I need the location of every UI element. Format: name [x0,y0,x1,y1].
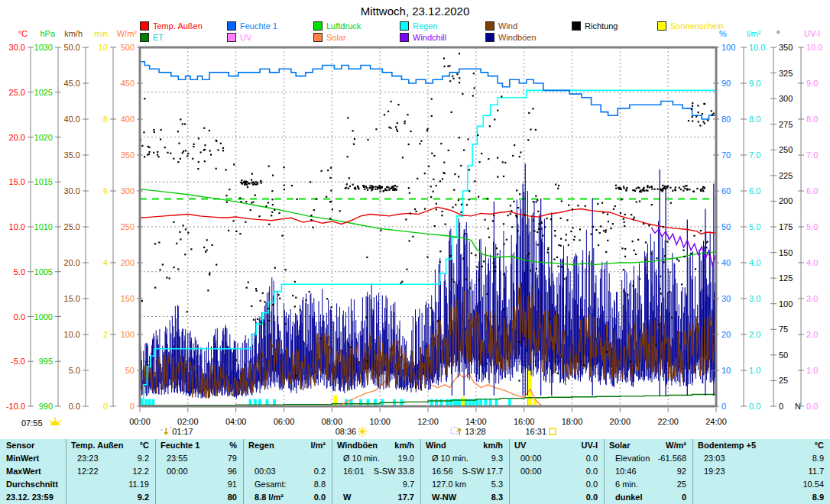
wind-direction-dot [689,189,690,190]
axis-tick-label: 70 [721,150,731,160]
wind-direction-dot [647,186,648,188]
wind-direction-dot [260,300,261,302]
wind-direction-dot [566,234,567,235]
wind-direction-dot [312,227,313,228]
wind-direction-dot [507,215,509,216]
wind-direction-dot [394,189,396,190]
wind-direction-dot [321,170,323,172]
wind-direction-dot [377,188,378,189]
wind-direction-dot [516,189,517,191]
wind-direction-dot [644,260,646,261]
stat-row: Ø 10 min.9.3 [421,452,509,465]
axis-tick-label: 300 [779,94,793,103]
wind-direction-dot [415,211,417,212]
wind-direction-dot [443,57,445,59]
wind-direction-dot [305,299,306,301]
wind-direction-dot [635,254,637,255]
wind-direction-dot [222,150,224,151]
wind-direction-dot [339,210,341,212]
wind-direction-dot [662,189,663,190]
stat-row-label: MinWert [0,452,39,465]
stat-time [156,491,167,504]
wind-direction-dot [637,239,639,241]
wind-direction-dot [702,113,703,115]
wind-direction-dot [274,209,275,211]
wind-direction-dot [560,238,562,240]
axis-tick-label: 125 [779,273,793,283]
wind-direction-dot [417,178,418,179]
wind-direction-dot [271,212,273,213]
stat-row: MaxWert [0,465,66,478]
wind-direction-dot [624,225,625,227]
wind-direction-dot [560,218,562,219]
wind-direction-dot [535,129,537,131]
wind-direction-dot [409,192,410,193]
wind-direction-dot [265,205,267,207]
wind-direction-dot [465,279,467,280]
wind-direction-dot [459,82,460,83]
wind-direction-dot [707,241,708,242]
x-axis-label: 02:00 [177,417,199,426]
wind-direction-dot [683,256,685,257]
wind-direction-dot [515,215,517,216]
wind-direction-dot [352,130,353,131]
wind-direction-dot [538,223,540,225]
stat-col-unit: °C [756,439,830,452]
wind-direction-dot [597,203,598,205]
wind-direction-dot [489,125,491,127]
wind-direction-dot [428,166,430,167]
wind-direction-dot [144,98,145,99]
wind-direction-dot [396,128,397,130]
axis-tick-label: 1020 [34,133,53,142]
stat-value: 9.7 [343,478,420,491]
wind-direction-dot [452,78,454,79]
wind-direction-dot [537,244,539,245]
wind-direction-dot [366,257,368,258]
wind-direction-dot [406,269,407,270]
wind-direction-dot [459,53,460,54]
stat-time: 00:00 [510,465,542,478]
wind-direction-dot [157,151,158,153]
wind-direction-dot [225,169,227,170]
axis-tick-label: 25 [779,376,788,385]
axis-tick-label: 5.0 [749,222,760,231]
wind-direction-dot [180,158,181,160]
axis-tick-label: 100 [779,299,793,309]
wind-direction-dot [607,240,608,241]
wind-direction-dot [186,311,188,312]
wind-direction-dot [367,139,368,141]
wind-direction-dot [260,180,261,182]
wind-direction-dot [220,143,222,144]
stat-row: Bodentemp +5°C [693,439,830,452]
wind-direction-dot [503,273,504,275]
stat-time: Ø 10 min. [332,452,380,465]
wind-direction-dot [397,131,398,132]
wind-direction-dot [184,254,186,255]
wind-direction-dot [693,235,695,237]
wind-direction-dot [504,162,506,163]
sun-ray [359,434,361,435]
wind-direction-dot [347,156,349,157]
stat-time: 16:01 [332,465,365,478]
wind-direction-dot [272,175,274,176]
wind-direction-dot [631,214,632,215]
wind-direction-dot [561,267,563,268]
wind-direction-dot [591,234,592,235]
axis-tick-label: 400 [121,115,135,124]
wind-direction-dot [639,200,640,202]
wind-direction-dot [468,199,470,200]
wind-direction-dot [225,195,227,196]
wind-direction-dot [310,181,311,183]
astro-time-label: 08:36 [336,427,357,436]
axis-tick-label: 0.0 [14,312,25,321]
sun-half-ray [59,420,61,422]
wind-direction-dot [461,204,462,205]
axis-unit-label: % [719,29,727,38]
stat-row: 16:56S-SW 17.7 [421,465,509,478]
wind-direction-dot [281,235,283,237]
wind-direction-dot [430,196,432,198]
axis-tick-label: 35.0 [64,150,80,160]
wind-direction-dot [255,181,257,183]
wind-direction-dot [672,190,673,192]
stat-time: 23:55 [156,452,188,465]
